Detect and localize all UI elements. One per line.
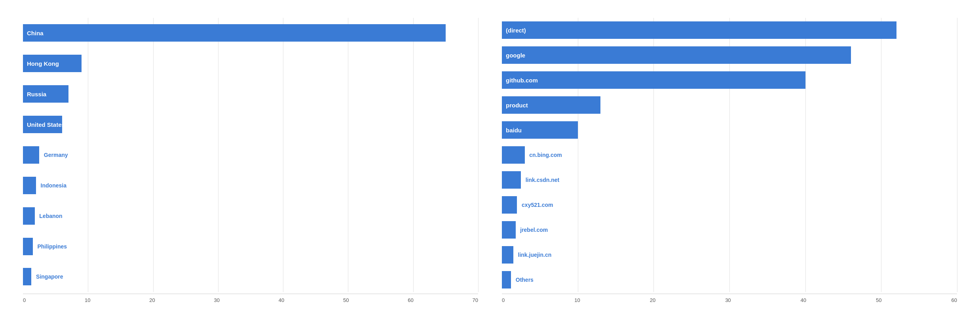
bar-row: Indonesia	[23, 174, 478, 197]
bar-row: jrebel.com	[502, 219, 957, 241]
bar	[23, 207, 35, 225]
xaxis-label: 0	[23, 297, 26, 303]
bar-label-inside: China	[23, 30, 47, 36]
bar: China	[23, 24, 446, 42]
bar	[502, 196, 517, 214]
bar	[23, 177, 36, 194]
bar-label-outside: cxy521.com	[519, 202, 553, 208]
bar	[502, 221, 516, 239]
bar: Hong Kong	[23, 55, 82, 72]
bar: Russia	[23, 85, 68, 103]
bar: github.com	[502, 71, 805, 89]
bar: google	[502, 46, 851, 64]
bar-label-outside: Germany	[42, 152, 68, 158]
xaxis-label: 20	[650, 297, 655, 303]
bar-label-outside: link.juejin.cn	[516, 252, 552, 258]
bar-row: cxy521.com	[502, 194, 957, 216]
bar-row: (direct)	[502, 19, 957, 41]
bar	[23, 268, 31, 285]
bar-row: Others	[502, 269, 957, 291]
xaxis-label: 60	[408, 297, 413, 303]
bar	[502, 271, 511, 289]
bar-label-inside: product	[502, 102, 531, 108]
bar	[502, 171, 521, 189]
bar-label-inside: (direct)	[502, 27, 529, 33]
xaxis-label: 60	[951, 297, 957, 303]
chart1-xaxis: 010203040506070	[23, 294, 478, 303]
chart2-wrapper: (direct)googlegithub.comproductbaiducn.b…	[502, 18, 957, 303]
xaxis-label: 50	[876, 297, 881, 303]
chart2: (direct)googlegithub.comproductbaiducn.b…	[502, 18, 957, 292]
bar-label-outside: jrebel.com	[518, 227, 548, 233]
xaxis-label: 40	[801, 297, 806, 303]
bar-row: product	[502, 94, 957, 116]
charts-container: ChinaHong KongRussiaUnited StatesGermany…	[15, 6, 965, 315]
bar-label-outside: Indonesia	[38, 182, 66, 189]
chart2-xaxis: 0102030405060	[502, 294, 957, 303]
bar-row: Germany	[23, 144, 478, 166]
xaxis-label: 70	[473, 297, 478, 303]
bar-label-outside: Philippines	[35, 243, 67, 250]
bar-label-inside: google	[502, 52, 528, 58]
bar: baidu	[502, 121, 578, 139]
bar	[502, 246, 513, 264]
bar: (direct)	[502, 21, 896, 39]
bar-row: link.juejin.cn	[502, 244, 957, 266]
bar-row: link.csdn.net	[502, 169, 957, 191]
xaxis-label: 20	[149, 297, 155, 303]
xaxis-label: 40	[279, 297, 284, 303]
bar-label-outside: Singapore	[34, 273, 63, 280]
xaxis-label: 50	[343, 297, 349, 303]
bar-label-outside: link.csdn.net	[523, 177, 560, 183]
xaxis-label: 30	[214, 297, 220, 303]
bar-row: Philippines	[23, 235, 478, 258]
bar	[502, 146, 525, 164]
bar-row: United States	[23, 113, 478, 136]
xaxis-label: 10	[574, 297, 580, 303]
chart1: ChinaHong KongRussiaUnited StatesGermany…	[23, 18, 478, 292]
xaxis-label: 10	[85, 297, 90, 303]
bar-label-outside: cn.bing.com	[527, 152, 562, 158]
bar-row: Lebanon	[23, 205, 478, 227]
bar-label-inside: baidu	[502, 127, 525, 133]
xaxis-label: 30	[725, 297, 731, 303]
bar-label-inside: github.com	[502, 77, 541, 83]
bar-label-inside: United States	[23, 122, 68, 128]
bar-row: baidu	[502, 119, 957, 141]
xaxis-label: 0	[502, 297, 505, 303]
bar-row: Singapore	[23, 266, 478, 288]
bar-row: google	[502, 44, 957, 66]
bar-row: cn.bing.com	[502, 144, 957, 166]
bar-label-inside: Hong Kong	[23, 61, 62, 67]
bar-label-outside: Lebanon	[37, 213, 62, 219]
bar-label-outside: Others	[513, 277, 534, 283]
bar-row: Russia	[23, 83, 478, 105]
bar-row: Hong Kong	[23, 52, 478, 75]
bar-row: China	[23, 22, 478, 44]
bar: product	[502, 96, 600, 114]
bar: United States	[23, 116, 62, 133]
bar-label-inside: Russia	[23, 91, 49, 97]
chart1-wrapper: ChinaHong KongRussiaUnited StatesGermany…	[23, 18, 478, 303]
bar-row: github.com	[502, 69, 957, 91]
bar	[23, 146, 39, 164]
bar	[23, 238, 33, 255]
